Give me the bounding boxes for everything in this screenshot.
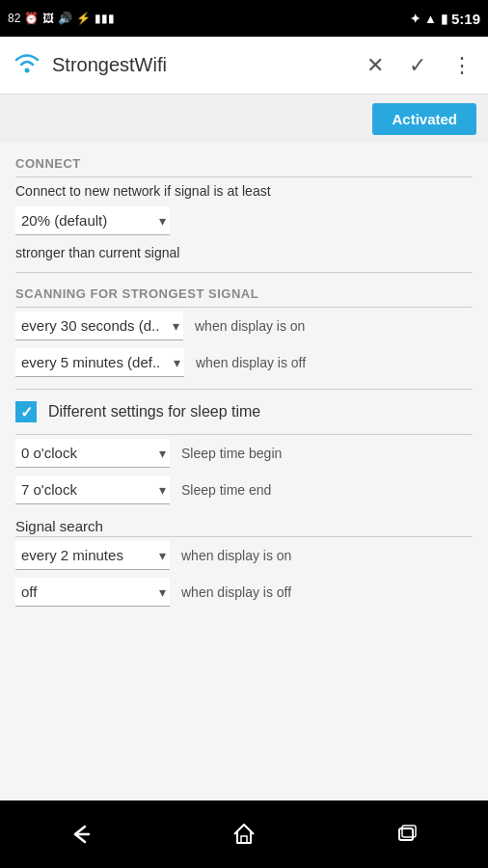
connect-subtext: stronger than current signal [0,239,488,264]
bluetooth-icon: ✦ [410,12,420,26]
home-button[interactable] [211,813,277,855]
scanning-section-header: SCANNING FOR STRONGEST SIGNAL [0,273,488,307]
volume-icon: 🔊 [58,12,72,25]
signal-search-off-wrapper[interactable]: every 1 minute every 2 minutes every 5 m… [15,578,170,607]
bottom-nav [0,800,488,868]
scan-off-label: when display is off [196,355,306,370]
svg-point-0 [25,68,30,73]
scan-on-label: when display is on [195,318,305,334]
sleep-end-row: 5 o'clock 6 o'clock 7 o'clock 8 o'clock … [0,472,488,508]
sleep-checkbox-row[interactable]: ✓ Different settings for sleep time [0,390,488,434]
scan-on-dropdown[interactable]: every 15 seconds every 30 seconds (d.. e… [15,312,183,340]
status-bar: 82 ⏰ 🖼 🔊 ⚡ ▮▮▮ ✦ ▲ ▮ 5:19 [0,0,488,37]
scan-on-dropdown-wrapper[interactable]: every 15 seconds every 30 seconds (d.. e… [15,312,183,340]
sleep-end-label: Sleep time end [181,482,271,498]
scanning-section: SCANNING FOR STRONGEST SIGNAL every 15 s… [0,273,488,381]
confirm-button[interactable]: ✓ [405,49,430,82]
sleep-end-dropdown[interactable]: 5 o'clock 6 o'clock 7 o'clock 8 o'clock … [15,475,170,504]
status-bar-left: 82 ⏰ 🖼 🔊 ⚡ ▮▮▮ [8,12,115,25]
signal-search-on-row: every 1 minute every 2 minutes every 5 m… [0,537,488,574]
battery-level-icon: 82 [8,12,20,25]
app-title: StrongestWifi [52,54,363,76]
sleep-checkbox[interactable]: ✓ [15,401,37,422]
sleep-end-dropdown-wrapper[interactable]: 5 o'clock 6 o'clock 7 o'clock 8 o'clock … [15,475,170,504]
toolbar: StrongestWifi ✕ ✓ ⋮ [0,37,488,95]
activated-bar: Activated [0,95,488,143]
toolbar-actions: ✕ ✓ ⋮ [363,49,476,82]
main-content: CONNECT Connect to new network if signal… [0,143,488,800]
signal-search-off-label: when display is off [181,584,291,600]
sleep-begin-dropdown[interactable]: 0 o'clock 1 o'clock 22 o'clock 23 o'cloc… [15,439,170,468]
svg-rect-2 [399,828,413,840]
back-button[interactable] [48,815,114,854]
time-display: 5:19 [451,11,480,27]
scanning-row1: every 15 seconds every 30 seconds (d.. e… [0,308,488,344]
signal-search-on-label: when display is on [181,548,291,563]
connect-dropdown-row: 10% 20% (default) 30% 40% 50% [0,203,488,239]
svg-rect-1 [241,836,247,843]
checkbox-check-icon: ✓ [20,403,33,421]
image-icon: 🖼 [42,12,54,25]
sleep-section: ✓ Different settings for sleep time 0 o'… [0,390,488,610]
wifi-logo-icon [12,48,42,82]
signal-bars-icon: ▮▮▮ [95,12,115,25]
connect-description: Connect to new network if signal is at l… [0,177,488,203]
close-button[interactable]: ✕ [363,49,388,82]
signal-search-on-wrapper[interactable]: every 1 minute every 2 minutes every 5 m… [15,541,170,570]
activated-button[interactable]: Activated [372,103,476,135]
connect-section-header: CONNECT [0,143,488,176]
connect-section: CONNECT Connect to new network if signal… [0,143,488,264]
alarm-icon: ⏰ [24,12,39,25]
recent-apps-button[interactable] [374,815,440,854]
sleep-checkbox-label: Different settings for sleep time [48,403,260,420]
signal-search-off-row: every 1 minute every 2 minutes every 5 m… [0,574,488,610]
scan-off-dropdown[interactable]: every 1 minute every 2 minutes every 5 m… [15,348,184,377]
sleep-begin-label: Sleep time begin [181,446,282,461]
signal-search-on-dropdown[interactable]: every 1 minute every 2 minutes every 5 m… [15,541,170,570]
connect-dropdown-wrapper[interactable]: 10% 20% (default) 30% 40% 50% [15,206,170,235]
signal-search-off-dropdown[interactable]: every 1 minute every 2 minutes every 5 m… [15,578,170,607]
sleep-begin-row: 0 o'clock 1 o'clock 22 o'clock 23 o'cloc… [0,435,488,472]
connect-signal-dropdown[interactable]: 10% 20% (default) 30% 40% 50% [15,206,170,235]
sleep-begin-dropdown-wrapper[interactable]: 0 o'clock 1 o'clock 22 o'clock 23 o'cloc… [15,439,170,468]
battery-icon: ▮ [441,12,447,26]
wifi-signal-icon: ▲ [424,12,437,26]
status-bar-right: ✦ ▲ ▮ 5:19 [410,11,480,27]
more-options-button[interactable]: ⋮ [447,49,476,82]
scan-off-dropdown-wrapper[interactable]: every 1 minute every 2 minutes every 5 m… [15,348,184,377]
lightning-icon: ⚡ [76,12,91,25]
scanning-row2: every 1 minute every 2 minutes every 5 m… [0,344,488,381]
signal-search-label: Signal search [0,508,488,536]
